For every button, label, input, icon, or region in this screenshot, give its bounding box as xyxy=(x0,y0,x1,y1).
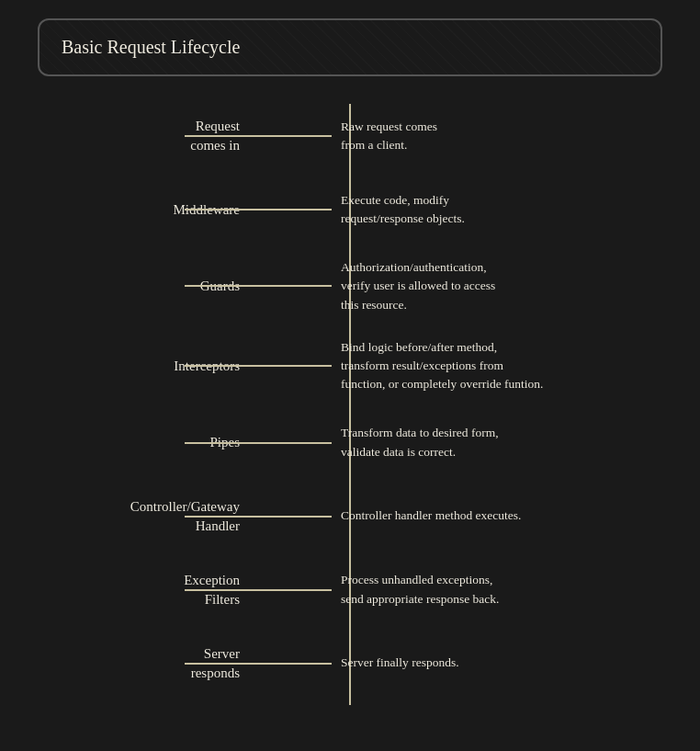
lifecycle-diagram: Requestcomes inRaw request comesfrom a c… xyxy=(38,104,662,705)
lifecycle-item: Controller/GatewayHandlerController hand… xyxy=(38,484,662,549)
left-tick-4 xyxy=(185,442,258,444)
left-tick-0 xyxy=(185,135,258,137)
lifecycle-item: MiddlewareExecute code, modifyrequest/re… xyxy=(38,177,662,242)
right-tick-6 xyxy=(258,589,332,591)
page-title: Basic Request Lifecycle xyxy=(62,37,240,57)
right-tick-1 xyxy=(258,209,332,211)
lifecycle-item: InterceptorsBind logic before/after meth… xyxy=(38,331,662,402)
lifecycle-item: Requestcomes inRaw request comesfrom a c… xyxy=(38,104,662,168)
right-tick-0 xyxy=(258,135,332,137)
right-tick-3 xyxy=(258,365,332,367)
lifecycle-item: ExceptionFiltersProcess unhandled except… xyxy=(38,558,662,622)
left-tick-5 xyxy=(185,516,258,518)
right-tick-4 xyxy=(258,442,332,444)
left-tick-1 xyxy=(185,209,258,211)
right-tick-2 xyxy=(258,285,332,287)
right-tick-7 xyxy=(258,663,332,665)
title-box: Basic Request Lifecycle xyxy=(38,18,662,76)
lifecycle-item: GuardsAuthorization/authentication,verif… xyxy=(38,251,662,322)
lifecycle-item: PipesTransform data to desired form,vali… xyxy=(38,411,662,475)
right-tick-5 xyxy=(258,516,332,518)
left-tick-6 xyxy=(185,589,258,591)
lifecycle-item: ServerrespondsServer finally responds. xyxy=(38,632,662,696)
left-tick-3 xyxy=(185,365,258,367)
left-tick-7 xyxy=(185,663,258,665)
left-tick-2 xyxy=(185,285,258,287)
